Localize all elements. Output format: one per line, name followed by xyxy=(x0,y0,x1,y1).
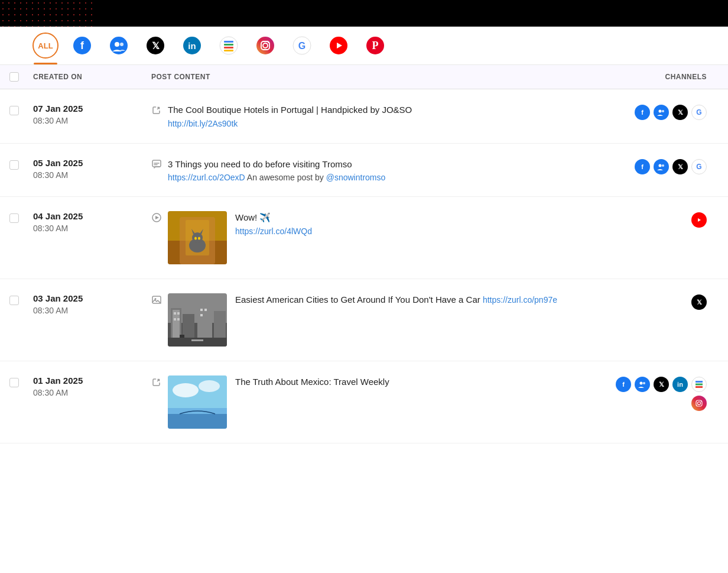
channel-groups xyxy=(635,377,650,392)
channel-twitter: 𝕏 xyxy=(672,105,688,120)
svg-point-26 xyxy=(662,110,664,112)
tab-gmb[interactable] xyxy=(216,33,242,59)
svg-point-41 xyxy=(194,237,197,240)
channel-groups xyxy=(654,159,669,174)
svg-rect-53 xyxy=(174,312,176,315)
post-mention[interactable]: @snowintromso xyxy=(326,173,386,182)
svg-point-3 xyxy=(115,42,119,47)
svg-rect-62 xyxy=(180,335,184,338)
svg-point-66 xyxy=(199,380,220,392)
tab-all[interactable]: ALL xyxy=(32,33,58,59)
svg-text:G: G xyxy=(298,41,306,51)
svg-rect-13 xyxy=(224,50,233,51)
svg-point-17 xyxy=(268,42,269,43)
svg-rect-72 xyxy=(696,384,703,386)
svg-point-30 xyxy=(662,164,664,167)
channel-google: G xyxy=(691,159,707,174)
twitter-x-icon: 𝕏 xyxy=(146,36,165,55)
post-suffix: An awesome post by xyxy=(247,173,326,182)
tab-linkedin[interactable]: in xyxy=(179,33,205,59)
dotted-pattern xyxy=(0,0,95,27)
post-link[interactable]: http://bit.ly/2As90tk xyxy=(168,119,238,128)
row-time: 08:30 AM xyxy=(33,306,151,315)
svg-rect-73 xyxy=(696,386,703,388)
tab-youtube[interactable] xyxy=(326,33,352,59)
svg-point-70 xyxy=(643,382,645,384)
svg-text:f: f xyxy=(641,109,644,116)
svg-rect-12 xyxy=(224,47,233,48)
svg-rect-56 xyxy=(177,318,180,321)
post-link[interactable]: https://zurl.co/4lWQd xyxy=(235,226,312,236)
channel-tabs: ALL f 𝕏 in xyxy=(0,27,728,65)
row-date: 04 Jan 2025 xyxy=(33,211,151,221)
post-thumbnail xyxy=(168,375,227,429)
header-channels: CHANNELS xyxy=(600,73,719,81)
row-date: 01 Jan 2025 xyxy=(33,375,151,386)
channel-instagram xyxy=(691,396,707,411)
header-checkbox[interactable] xyxy=(9,72,19,82)
channel-twitter: 𝕏 xyxy=(672,159,688,174)
tab-twitter[interactable]: 𝕏 xyxy=(142,33,168,59)
table-row: 05 Jan 2025 08:30 AM 3 Things you need t… xyxy=(0,144,728,197)
tab-instagram[interactable] xyxy=(252,33,278,59)
svg-point-76 xyxy=(701,401,702,402)
post-thumbnail xyxy=(168,293,227,347)
row-time: 08:30 AM xyxy=(33,388,151,397)
post-title: Easiest American Cities to Get Around If… xyxy=(235,293,557,306)
svg-point-14 xyxy=(256,37,274,54)
svg-point-75 xyxy=(698,402,701,405)
post-thumbnail xyxy=(168,211,227,264)
row-date: 05 Jan 2025 xyxy=(33,158,151,168)
svg-marker-32 xyxy=(155,216,159,219)
post-channels: 𝕏 xyxy=(600,293,719,310)
post-text: Easiest American Cities to Get Around If… xyxy=(235,293,557,309)
post-text: The Truth About Mexico: Travel Weekly xyxy=(235,375,389,390)
row-checkbox[interactable] xyxy=(9,296,19,305)
svg-rect-71 xyxy=(696,381,703,383)
row-time: 08:30 AM xyxy=(33,170,151,180)
image-icon xyxy=(151,294,162,307)
tab-groups[interactable] xyxy=(106,33,132,59)
svg-rect-67 xyxy=(168,414,227,429)
video-icon xyxy=(151,212,162,225)
tab-google[interactable]: G xyxy=(289,33,315,59)
pinterest-icon: P xyxy=(366,36,385,55)
table-row: 04 Jan 2025 08:30 AM xyxy=(0,197,728,279)
post-title: The Cool Boutique Hotels in Portugal | H… xyxy=(168,103,600,116)
link-icon xyxy=(151,105,162,118)
svg-rect-57 xyxy=(200,309,203,311)
svg-point-4 xyxy=(120,43,124,46)
post-channels xyxy=(600,211,719,228)
svg-rect-59 xyxy=(200,314,203,316)
tab-facebook[interactable]: f xyxy=(69,33,95,59)
youtube-icon xyxy=(329,36,348,55)
post-link[interactable]: https://zurl.co/2OexD xyxy=(168,173,245,182)
link-icon xyxy=(151,377,162,390)
cat-image xyxy=(168,211,227,264)
row-checkbox[interactable] xyxy=(9,378,19,387)
channel-groups xyxy=(654,105,669,120)
row-checkbox[interactable] xyxy=(9,213,19,223)
svg-point-69 xyxy=(640,382,643,385)
channel-google: G xyxy=(691,105,707,120)
svg-point-29 xyxy=(659,164,662,167)
table-row: 07 Jan 2025 08:30 AM The Cool Boutique H… xyxy=(0,89,728,144)
row-time: 08:30 AM xyxy=(33,224,151,233)
svg-point-25 xyxy=(659,110,662,113)
svg-rect-10 xyxy=(224,41,233,43)
row-checkbox[interactable] xyxy=(9,106,19,115)
post-channels: f 𝕏 in xyxy=(600,375,719,411)
svg-rect-60 xyxy=(168,338,227,347)
svg-rect-54 xyxy=(177,312,180,315)
svg-point-42 xyxy=(198,237,200,240)
post-content: The Cool Boutique Hotels in Portugal | H… xyxy=(168,103,600,129)
row-checkbox[interactable] xyxy=(9,160,19,170)
svg-text:𝕏: 𝕏 xyxy=(152,41,160,51)
post-link[interactable]: https://zurl.co/pn97e xyxy=(483,295,557,305)
channel-facebook: f xyxy=(635,159,650,174)
tab-pinterest[interactable]: P xyxy=(362,33,388,59)
post-channels: f 𝕏 G xyxy=(600,158,719,174)
city-image xyxy=(168,293,227,347)
channel-youtube xyxy=(691,212,707,228)
svg-text:f: f xyxy=(622,381,625,388)
